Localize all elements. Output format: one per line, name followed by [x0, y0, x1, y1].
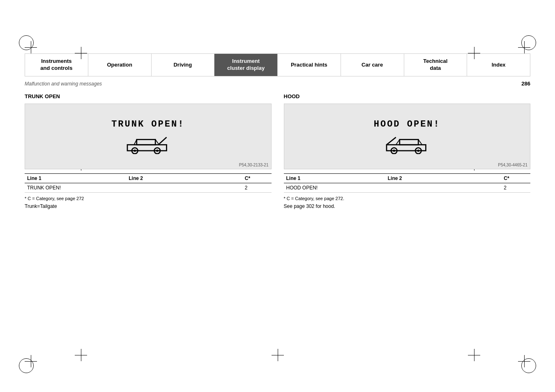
page-number: 286 [521, 81, 530, 87]
nav-item-practical-hints[interactable]: Practical hints [278, 54, 341, 76]
hood-open-car-svg [382, 134, 432, 154]
nav-item-car-care[interactable]: Car care [341, 54, 404, 76]
svg-point-8 [156, 150, 158, 152]
hood-table: Line 1 Line 2 C* HOOD OPEN! 2 [284, 173, 531, 193]
svg-line-0 [159, 137, 167, 144]
trunk-open-display: TRUNK OPEN! [25, 104, 272, 169]
trunk-open-display-text: TRUNK OPEN! [111, 119, 184, 129]
hood-table-header-c: C* [501, 174, 530, 183]
crosshair-bottom-left [75, 349, 87, 361]
crosshair-tl [25, 41, 37, 53]
hood-row-line1: HOOD OPEN! [284, 183, 385, 193]
svg-point-16 [393, 150, 395, 152]
nav-item-operation[interactable]: Operation [88, 54, 152, 76]
trunk-footnote: * C = Category, see page 272 [25, 196, 272, 201]
hood-row-c: 2 [501, 183, 530, 193]
svg-point-17 [417, 150, 419, 152]
crosshair-bottom-center [272, 349, 284, 361]
trunk-row-line2 [126, 183, 242, 193]
trunk-table-header-line1: Line 1 [25, 174, 126, 183]
navigation-bar: Instrumentsand controls Operation Drivin… [25, 53, 530, 76]
trunk-note: Trunk=Tailgate [25, 203, 272, 209]
hood-note: See page 302 for hood. [284, 203, 531, 209]
hood-section: HOOD HOOD OPEN! [284, 93, 531, 209]
svg-rect-2 [137, 139, 155, 145]
svg-point-7 [134, 150, 136, 152]
trunk-open-section: TRUNK OPEN TRUNK OPEN! [25, 93, 272, 209]
nav-item-driving[interactable]: Driving [152, 54, 215, 76]
trunk-table-header-line2: Line 2 [126, 174, 242, 183]
crosshair-bottom-right [468, 349, 480, 361]
hood-table-header-line1: Line 1 [284, 174, 385, 183]
section-title: Malfunction and warning messages [25, 81, 102, 87]
hood-footnote: * C = Category, see page 272. [284, 196, 531, 201]
section-header: Malfunction and warning messages 286 [25, 81, 530, 87]
hood-row-line2 [385, 183, 502, 193]
trunk-row-c: 2 [242, 183, 272, 193]
hood-display-text: HOOD OPEN! [374, 119, 440, 129]
hood-table-header-line2: Line 2 [385, 174, 502, 183]
crosshair-br [518, 355, 530, 367]
crosshair-tr [518, 41, 530, 53]
svg-line-9 [387, 137, 396, 145]
trunk-table-row: TRUNK OPEN! 2 [25, 183, 272, 193]
svg-line-12 [396, 139, 399, 145]
trunk-row-line1: TRUNK OPEN! [25, 183, 126, 193]
trunk-image-ref: P54,30-2133-21 [239, 163, 269, 167]
hood-title: HOOD [284, 93, 531, 99]
trunk-open-car-svg [123, 134, 173, 154]
trunk-open-title: TRUNK OPEN [25, 93, 272, 99]
hood-display: HOOD OPEN! [284, 104, 531, 169]
svg-rect-11 [400, 139, 418, 145]
crosshair-inner-tl [75, 47, 87, 59]
page-content: Malfunction and warning messages 286 TRU… [25, 76, 530, 213]
hood-image-ref: P54,30-4465-21 [498, 163, 527, 167]
nav-item-technical-data[interactable]: Technicaldata [404, 54, 467, 76]
trunk-table: Line 1 Line 2 C* TRUNK OPEN! 2 [25, 173, 272, 193]
crosshair-bl [25, 355, 37, 367]
hood-table-row: HOOD OPEN! 2 [284, 183, 531, 193]
trunk-table-header-c: C* [242, 174, 272, 183]
nav-item-instrument-cluster[interactable]: Instrumentcluster display [214, 54, 278, 76]
crosshair-inner-tr [468, 47, 480, 59]
svg-line-4 [155, 139, 159, 145]
two-columns-layout: TRUNK OPEN TRUNK OPEN! [25, 93, 530, 209]
